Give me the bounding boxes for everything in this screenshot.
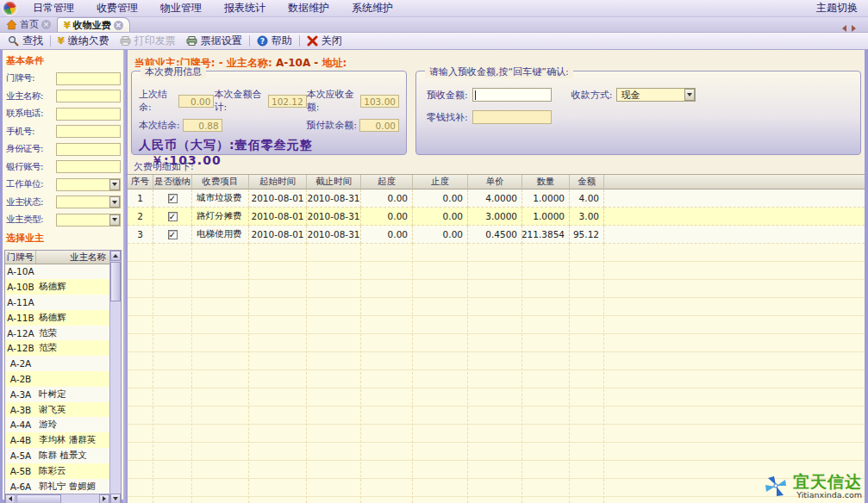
tab-home-label: 首页: [20, 18, 39, 31]
fee-header-cell[interactable]: 数量: [522, 175, 570, 189]
owner-row[interactable]: A-12B 范荣: [5, 340, 109, 356]
pay-arrears-label: 缴纳欠费: [68, 34, 109, 48]
chevron-down-icon[interactable]: [109, 179, 120, 190]
help-button[interactable]: ? 帮助: [252, 34, 297, 49]
owner-row[interactable]: A-2A: [5, 356, 109, 371]
text-input[interactable]: [56, 160, 121, 173]
fee-header-cell[interactable]: 起始时间: [249, 175, 307, 189]
owner-name: 陈群 植景文: [36, 450, 109, 462]
owner-door-no: A-4A: [5, 419, 36, 430]
owner-row[interactable]: A-12A 范荣: [5, 326, 109, 341]
scroll-left-icon[interactable]: [5, 494, 16, 503]
owner-list-vscrollbar[interactable]: [109, 251, 121, 503]
text-input[interactable]: [56, 125, 121, 138]
home-icon: [6, 19, 17, 30]
owner-row[interactable]: A-5B 陈彩云: [5, 463, 109, 479]
close-button[interactable]: 关闭: [302, 34, 347, 49]
change-input[interactable]: [472, 110, 552, 124]
select-input[interactable]: [56, 196, 121, 208]
owner-row[interactable]: A-10B 杨德辉: [5, 279, 109, 295]
vscroll-thumb[interactable]: [110, 262, 121, 301]
owner-col-door[interactable]: 门牌号: [5, 251, 36, 264]
owner-row[interactable]: A-4B 李均林 潘群英: [5, 432, 109, 448]
fee-header-cell[interactable]: 截止时间: [307, 175, 361, 189]
chevron-down-icon[interactable]: [109, 196, 120, 208]
select-input[interactable]: [56, 178, 121, 191]
cell-blank: [604, 226, 865, 244]
pay-method-select[interactable]: 现金: [616, 88, 696, 102]
tab-scroll-right-icon[interactable]: [852, 25, 856, 32]
checkbox-checked-icon[interactable]: ✓: [168, 212, 178, 221]
scroll-up-icon[interactable]: [110, 251, 121, 261]
tab-scroll-left-icon[interactable]: [842, 25, 846, 32]
find-button[interactable]: 查找: [3, 34, 48, 49]
tab-shou-wuyefei[interactable]: ¥ 收物业费 ×: [57, 17, 130, 32]
field-row: 业主状态:: [3, 194, 123, 212]
text-input[interactable]: [56, 72, 121, 85]
menu-item[interactable]: 报表统计: [213, 1, 277, 16]
fee-header-cell[interactable]: 起度: [361, 175, 413, 189]
field-label: 业主名称:: [6, 90, 56, 102]
owner-row[interactable]: A-4A 游玲: [5, 417, 109, 432]
menu-item[interactable]: 系统维护: [340, 1, 404, 16]
fee-header-cell[interactable]: 序号: [128, 175, 153, 189]
field-row: 业主类型:: [3, 211, 123, 229]
fee-row[interactable]: 1 ✓ 城市垃圾费 2010-08-01 2010-08-31 0.00 0.0…: [128, 189, 865, 208]
owner-name: 陈彩云: [36, 465, 109, 477]
cell-paid: ✓: [153, 226, 192, 244]
fee-header-cell[interactable]: 止度: [413, 175, 468, 189]
pay-arrears-button[interactable]: ¥ 缴纳欠费: [53, 34, 115, 49]
owner-row[interactable]: A-2B: [5, 371, 109, 387]
fee-row[interactable]: 3 ✓ 电梯使用费 2010-08-01 2010-08-31 0.00 0.0…: [128, 226, 865, 244]
theme-switch-button[interactable]: 主题切换: [816, 1, 858, 16]
prepay-amount-input[interactable]: [472, 88, 552, 102]
text-field-list: 门牌号: 业主名称: 联系电话: 手机号:: [3, 70, 123, 176]
prepay-group: 请输入预收金额,按“回车键”确认: 预收金额: 收款方式: 现金 零钱找补:: [415, 71, 861, 155]
tab-home[interactable]: 首页 ×: [0, 17, 57, 32]
menu-item[interactable]: 日常管理: [22, 1, 85, 16]
toolbar-separator: [299, 35, 300, 47]
owner-col-name[interactable]: 业主名称: [36, 251, 109, 264]
cell-blank: [604, 208, 865, 226]
scroll-right-icon[interactable]: [99, 494, 109, 503]
owner-row[interactable]: A-11B 杨德辉: [5, 310, 109, 326]
help-label: 帮助: [272, 34, 292, 48]
owner-list-hscrollbar[interactable]: [5, 494, 109, 503]
owner-row[interactable]: A-10A: [5, 264, 109, 280]
checkbox-checked-icon[interactable]: ✓: [168, 194, 178, 203]
text-input[interactable]: [56, 108, 121, 121]
cell-price: 4.0000: [468, 189, 522, 208]
cell-amount: 95.12: [570, 226, 604, 244]
menu-item[interactable]: 收费管理: [85, 1, 149, 16]
text-input[interactable]: [56, 90, 121, 102]
menu-item[interactable]: 数据维护: [277, 1, 340, 16]
hscroll-thumb[interactable]: [16, 494, 61, 503]
fee-label: 本次结余:: [139, 119, 180, 132]
owner-row[interactable]: A-3A 叶树定: [5, 387, 109, 402]
owner-row[interactable]: A-6A 郭礼宁 曾媚媚: [5, 479, 109, 494]
owner-row[interactable]: A-5A 陈群 植景文: [5, 448, 109, 463]
select-input[interactable]: [56, 214, 121, 227]
cell-start: 2010-08-01: [249, 208, 307, 226]
menu-item[interactable]: 物业管理: [149, 1, 213, 16]
receipt-settings-button[interactable]: 票据设置: [181, 34, 247, 49]
owner-row[interactable]: A-3B 谢飞英: [5, 402, 109, 418]
tab-current-close-icon[interactable]: ×: [114, 21, 123, 30]
toolbar-separator: [249, 35, 250, 47]
scroll-down-icon[interactable]: [110, 494, 121, 503]
owner-door-no: A-10A: [5, 266, 36, 276]
fee-header-cell[interactable]: 单价: [468, 175, 522, 189]
fee-row[interactable]: 2 ✓ 路灯分摊费 2010-08-01 2010-08-31 0.00 0.0…: [128, 208, 865, 226]
checkbox-checked-icon[interactable]: ✓: [168, 230, 178, 239]
chevron-down-icon[interactable]: [684, 89, 695, 101]
chevron-down-icon[interactable]: [109, 214, 120, 226]
owner-row[interactable]: A-11A: [5, 295, 109, 310]
tab-home-close-icon[interactable]: ×: [41, 20, 51, 29]
fee-header-cell[interactable]: 是否缴纳: [153, 175, 192, 189]
app-logo-orb-icon[interactable]: [2, 0, 18, 16]
fee-header-cell[interactable]: 金额: [570, 175, 604, 189]
cell-blank: [604, 189, 865, 208]
fee-header-cell[interactable]: 收费项目: [192, 175, 249, 189]
field-label: 手机号:: [6, 126, 56, 138]
text-input[interactable]: [56, 143, 121, 156]
